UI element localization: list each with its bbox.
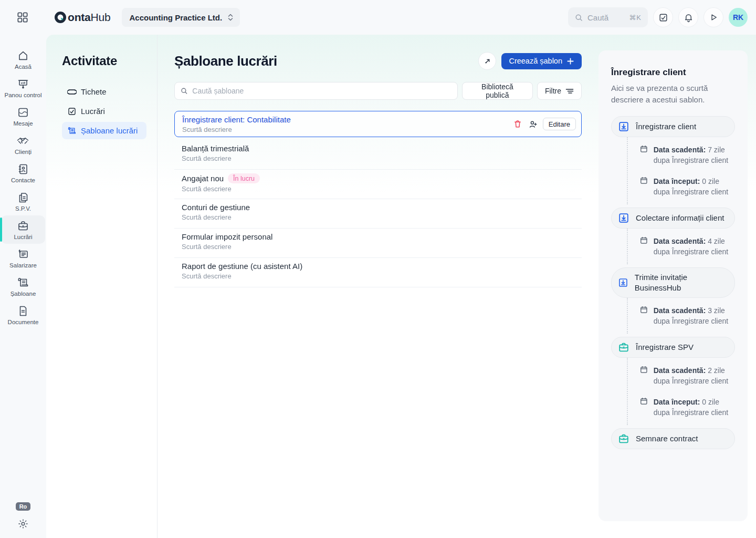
- content-card: Activitate Tichete Lucrări Șabloane lucr…: [46, 35, 756, 538]
- plus-icon: [566, 57, 574, 65]
- app-logo: ontaHub: [54, 11, 110, 24]
- global-search-input[interactable]: Caută ⌘K: [568, 7, 648, 27]
- rail-item-panou-control[interactable]: Panou control: [1, 74, 45, 102]
- rail-item-documente[interactable]: Documente: [1, 301, 45, 329]
- handshake-icon: [16, 134, 30, 147]
- rail-item-lucrari[interactable]: Lucrări: [1, 215, 45, 244]
- avatar[interactable]: RK: [729, 8, 748, 27]
- global-search-placeholder: Caută: [587, 13, 608, 22]
- import-icon: [618, 121, 629, 132]
- logo-text-light: Hub: [91, 11, 111, 23]
- logo-text-bold: onta: [68, 11, 91, 23]
- rail-item-contacte[interactable]: Contacte: [1, 159, 45, 187]
- step-inregistrare-client[interactable]: Înregistrare client: [611, 116, 735, 137]
- scroll-icon: [17, 276, 29, 289]
- notifications-button[interactable]: [678, 7, 698, 27]
- template-description: Scurtă descriere: [182, 213, 574, 221]
- template-row[interactable]: Raport de gestiune (cu asistent AI) Scur…: [174, 258, 582, 287]
- step-colectare-informatii[interactable]: Colectare informații client: [611, 208, 735, 229]
- step-list: Înregistrare client Data scadentă: 7 zil…: [611, 116, 735, 449]
- detail-title: Înregistrare client: [611, 67, 735, 78]
- calendar-icon: [639, 176, 648, 185]
- step-trimite-invitatie[interactable]: Trimite invitație BusinessHub: [611, 267, 735, 298]
- step-dates: Data scadentă: 2 zile dupa Înregistrare …: [627, 358, 735, 425]
- filters-button[interactable]: Filtre: [537, 82, 582, 100]
- calendar-icon: [639, 144, 648, 153]
- check-square-icon: [67, 107, 77, 116]
- public-library-button[interactable]: Bibliotecă publică: [462, 82, 533, 100]
- briefcase-icon: [618, 433, 629, 444]
- template-search-input[interactable]: [192, 87, 452, 95]
- document-icon: [17, 305, 29, 317]
- sidebar-item-sabloane-lucrari[interactable]: Șabloane lucrări: [62, 122, 146, 139]
- import-icon: [618, 277, 628, 288]
- step-dates: Data scadentă: 3 zile dupa Înregistrare …: [627, 298, 735, 334]
- date-rule: Data început: 0 zile dupa Înregistrare c…: [639, 176, 735, 197]
- tour-button[interactable]: [704, 7, 723, 27]
- search-icon: [574, 13, 583, 22]
- share-link-button[interactable]: [478, 52, 496, 70]
- scroll-icon: [67, 126, 77, 136]
- diagonal-arrow-icon: [483, 57, 492, 66]
- edit-template-button[interactable]: Editare: [543, 118, 576, 130]
- logo-q-icon: [54, 11, 67, 24]
- date-rule: Data scadentă: 2 zile dupa Înregistrare …: [639, 365, 735, 386]
- locale-badge[interactable]: Ro: [16, 502, 31, 511]
- top-bar: ontaHub Accounting Practice Ltd. Caută ⌘…: [0, 0, 756, 35]
- app-grid-icon[interactable]: [16, 11, 29, 24]
- date-rule: Data scadentă: 3 zile dupa Înregistrare …: [639, 305, 735, 326]
- template-title: Formular impozit personal: [182, 232, 574, 241]
- rail-item-mesaje[interactable]: Mesaje: [1, 102, 45, 130]
- calendar-icon: [639, 397, 648, 406]
- date-rule: Data scadentă: 4 zile dupa Înregistrare …: [639, 236, 735, 257]
- templates-main: Șabloane lucrări Creează șablon Bibliote…: [174, 35, 582, 287]
- rail-item-acasa[interactable]: Acasă: [1, 45, 45, 74]
- template-search-field[interactable]: [174, 82, 458, 100]
- template-title: Raport de gestiune (cu asistent AI): [182, 262, 574, 271]
- gear-icon: [17, 518, 29, 530]
- page-title: Șabloane lucrări: [174, 53, 277, 69]
- assign-user-button[interactable]: [527, 118, 539, 130]
- template-row[interactable]: Balanță trimestrială Scurtă descriere: [174, 140, 582, 170]
- avatar-initials: RK: [733, 13, 743, 22]
- template-description: Scurtă descriere: [182, 154, 574, 162]
- date-rule: Data scadentă: 7 zile dupa Înregistrare …: [639, 144, 735, 165]
- calendar-icon: [639, 236, 648, 245]
- briefcase-icon: [17, 220, 29, 232]
- template-row-selected[interactable]: Înregistrare client: Contabilitate Scurt…: [174, 111, 582, 137]
- company-selector[interactable]: Accounting Practice Ltd.: [122, 8, 240, 27]
- step-inregistrare-spv[interactable]: Înregistrare SPV: [611, 337, 735, 358]
- user-plus-icon: [528, 119, 538, 129]
- step-dates: Data scadentă: 4 zile dupa Înregistrare …: [627, 229, 735, 264]
- step-semnare-contract[interactable]: Semnare contract: [611, 428, 735, 449]
- template-row[interactable]: Conturi de gestiune Scurtă descriere: [174, 199, 582, 229]
- template-row[interactable]: Formular impozit personal Scurtă descrie…: [174, 229, 582, 258]
- rail-item-sabloane[interactable]: Șabloane: [1, 272, 45, 301]
- date-rule: Data început: 0 zile dupa Înregistrare c…: [639, 397, 735, 418]
- documents-stack-icon: [17, 191, 29, 204]
- rail-item-spv[interactable]: S.P.V.: [1, 187, 45, 215]
- sidebar-item-tichete[interactable]: Tichete: [62, 83, 146, 100]
- template-row[interactable]: Angajat nouÎn lucru Scurtă descriere: [174, 170, 582, 199]
- delete-template-button[interactable]: [512, 118, 523, 130]
- rail-item-salarizare[interactable]: Salarizare: [1, 244, 45, 272]
- dashboard-icon: [17, 78, 29, 90]
- detail-description: Aici se va prezenta o scurtă descriere a…: [611, 82, 735, 106]
- step-dates: Data scadentă: 7 zile dupa Înregistrare …: [627, 137, 735, 204]
- calendar-icon: [639, 305, 648, 314]
- template-description: Scurtă descriere: [182, 272, 574, 280]
- rail-item-clienti[interactable]: Clienți: [1, 130, 45, 159]
- template-detail-panel: Înregistrare client Aici se va prezenta …: [598, 50, 748, 521]
- template-title: Conturi de gestiune: [182, 203, 574, 212]
- bell-icon: [684, 13, 694, 23]
- create-template-button[interactable]: Creează șablon: [501, 53, 582, 69]
- search-shortcut: ⌘K: [629, 14, 642, 22]
- status-badge: În lucru: [228, 173, 260, 183]
- ticket-icon: [67, 87, 77, 97]
- tasks-button[interactable]: [653, 7, 673, 27]
- settings-button[interactable]: [17, 518, 29, 530]
- sidebar-item-lucrari[interactable]: Lucrări: [62, 102, 146, 120]
- template-title: Balanță trimestrială: [182, 144, 574, 153]
- trash-icon: [513, 119, 522, 129]
- sidebar-title: Activitate: [62, 54, 146, 68]
